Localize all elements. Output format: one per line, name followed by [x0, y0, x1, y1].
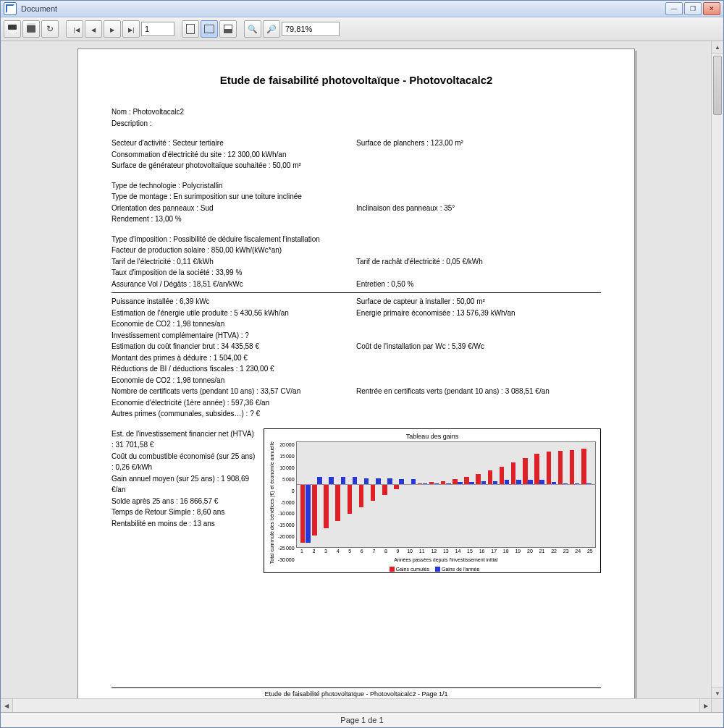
save-icon: [8, 25, 17, 33]
scrollbar-horizontal[interactable]: ◀ ▶: [1, 698, 712, 712]
save-button[interactable]: [4, 20, 21, 38]
app-window: Document — ❐ ✕ Etude de faisabilité phot…: [0, 0, 724, 728]
field-surface-capteur: Surface de capteur à installer : 50,00 m…: [356, 296, 601, 308]
field-description: Description :: [111, 118, 601, 130]
first-page-button[interactable]: [66, 20, 83, 38]
field-assurance: Assurance Vol / Dégâts : 18,51 €/an/kWc: [111, 279, 356, 290]
chart-x-ticks: 1234567891011121314151617181920212223242…: [296, 548, 596, 556]
zoom-out-button[interactable]: [263, 20, 280, 38]
refresh-icon: [46, 24, 54, 34]
field-reductions: Réductions de BI / déductions fiscales :…: [111, 363, 601, 375]
field-type-tech: Type de technologie : Polycristallin: [111, 180, 601, 192]
field-gain-annuel: Gain annuel moyen (sur 25 ans) : 1 908,6…: [111, 473, 256, 496]
field-rentree-cert: Rentrée en certificats verts (pendant 10…: [356, 386, 601, 397]
field-rentabilite: Rentabilité en moins de : 13 ans: [111, 518, 256, 530]
zoom-out-icon: [266, 25, 277, 34]
chart-plot: [296, 441, 596, 548]
field-invest-comp: Investissement complémentaire (HTVA) : ?: [111, 330, 601, 342]
scroll-v-thumb[interactable]: [713, 56, 722, 115]
field-secteur: Secteur d'activité : Secteur tertiaire: [111, 137, 356, 149]
zoom-in-button[interactable]: [244, 20, 261, 38]
field-autres-primes: Autres primes (communales, subsides…) : …: [111, 408, 601, 420]
field-cout-brut: Estimation du coût financier brut : 34 4…: [111, 341, 356, 352]
app-icon: [4, 2, 17, 15]
chart-title: Tableau des gains: [269, 432, 596, 442]
toolbar: [1, 17, 723, 41]
field-nom: Nom : Photovoltacalc2: [111, 106, 601, 118]
field-energie-primaire: Energie primaire économisée : 13 576,39 …: [356, 308, 601, 319]
chart-xlabel: Années passées depuis l'investissement i…: [296, 556, 596, 564]
fit-width-button[interactable]: [201, 20, 218, 38]
field-inclinaison: Inclinaison des panneaux : 35°: [356, 203, 601, 214]
field-type-montage: Type de montage : En surimposition sur u…: [111, 191, 601, 203]
minimize-button[interactable]: —: [665, 2, 683, 15]
field-energie-utile: Estimation de l'énergie utile produite :…: [111, 308, 356, 319]
window-title: Document: [21, 4, 57, 13]
scroll-right-icon[interactable]: ▶: [699, 699, 712, 712]
titlebar[interactable]: Document — ❐ ✕: [1, 1, 723, 17]
field-temps-retour: Temps de Retour Simple : 8,60 ans: [111, 507, 256, 518]
last-icon: [128, 25, 135, 33]
field-type-imposition: Type d'imposition : Possibilité de dédui…: [111, 234, 601, 245]
refresh-button[interactable]: [41, 20, 59, 38]
workspace: Etude de faisabilité photovoltaïque - Ph…: [1, 41, 723, 712]
prev-page-button[interactable]: [85, 20, 102, 38]
thumbnails-button[interactable]: [219, 20, 237, 38]
print-icon: [27, 25, 35, 33]
doc-footer: Etude de faisabilité photovoltaïque - Ph…: [111, 687, 601, 698]
chart: Tableau des gains Total cummulé des béné…: [264, 428, 601, 573]
maximize-button[interactable]: ❐: [684, 2, 702, 15]
chart-y-ticks: 20 00015 00010 0005 0000-5 000-10 000-15…: [277, 441, 296, 564]
field-orientation: Orientation des panneaux : Sud: [111, 203, 356, 214]
page-number-input[interactable]: [141, 22, 174, 36]
field-cert-verts: Nombre de certificats verts (pendant 10 …: [111, 386, 356, 397]
zoom-input[interactable]: [282, 22, 340, 36]
field-puissance: Puissance installée : 6,39 kWc: [111, 296, 356, 308]
field-surface-gen: Surface de générateur photovoltaïque sou…: [111, 160, 601, 172]
doc-title: Etude de faisabilité photovoltaïque - Ph…: [111, 74, 601, 86]
page-viewport[interactable]: Etude de faisabilité photovoltaïque - Ph…: [1, 41, 712, 699]
field-taux-imposition: Taux d'imposition de la société : 33,99 …: [111, 267, 601, 279]
field-solde: Solde après 25 ans : 16 866,57 €: [111, 496, 256, 507]
scroll-left-icon[interactable]: ◀: [1, 699, 13, 712]
field-cout-wc: Coût de l'installation par Wc : 5,39 €/W…: [356, 341, 601, 352]
fit-page-button[interactable]: [182, 20, 199, 38]
scroll-up-icon[interactable]: ▲: [712, 41, 723, 54]
next-page-button[interactable]: [104, 20, 121, 38]
field-tarif-rachat: Tarif de rachât d'électricité : 0,05 €/k…: [356, 256, 601, 268]
field-primes: Montant des primes à déduire : 1 504,00 …: [111, 352, 601, 364]
scroll-corner: [711, 698, 723, 712]
prev-icon: [91, 25, 96, 33]
field-entretien: Entretien : 0,50 %: [356, 279, 601, 290]
fit-page-icon: [186, 24, 195, 34]
last-page-button[interactable]: [122, 20, 140, 38]
field-surface-planchers: Surface de planchers : 123,00 m²: [356, 137, 601, 149]
field-facteur-prod: Facteur de production solaire : 850,00 k…: [111, 245, 601, 256]
fit-width-icon: [204, 25, 214, 33]
document-page: Etude de faisabilité photovoltaïque - Ph…: [77, 48, 635, 699]
field-rendement: Rendement : 13,00 %: [111, 213, 601, 225]
status-text: Page 1 de 1: [340, 716, 383, 724]
print-button[interactable]: [22, 20, 40, 38]
zoom-in-icon: [248, 25, 258, 34]
statusbar: Page 1 de 1: [1, 712, 723, 727]
divider-1: [111, 292, 601, 293]
field-eco-elec: Economie d'électricité (1ère année) : 59…: [111, 397, 601, 409]
first-icon: [72, 25, 78, 33]
field-consommation: Consommation d'électricité du site : 12 …: [111, 149, 601, 161]
field-eco-co2-b: Economie de CO2 : 1,98 tonnes/an: [111, 375, 601, 386]
close-button[interactable]: ✕: [703, 2, 720, 15]
field-eco-co2-a: Economie de CO2 : 1,98 tonnes/an: [111, 318, 601, 330]
field-invest-net: Est. de l'investissement financier net (…: [111, 428, 256, 451]
scroll-down-icon[interactable]: ▼: [712, 687, 723, 699]
thumbnails-icon: [224, 25, 232, 33]
chart-ylabel: Total cummulé des bénéfices (€) et écono…: [269, 441, 277, 564]
next-icon: [110, 25, 114, 33]
scrollbar-vertical[interactable]: ▲ ▼: [711, 41, 723, 699]
field-tarif-elec: Tarif de l'électricité : 0,11 €/kWh: [111, 256, 356, 268]
field-cout-combustible: Coût du combustible économisé (sur 25 an…: [111, 451, 256, 473]
